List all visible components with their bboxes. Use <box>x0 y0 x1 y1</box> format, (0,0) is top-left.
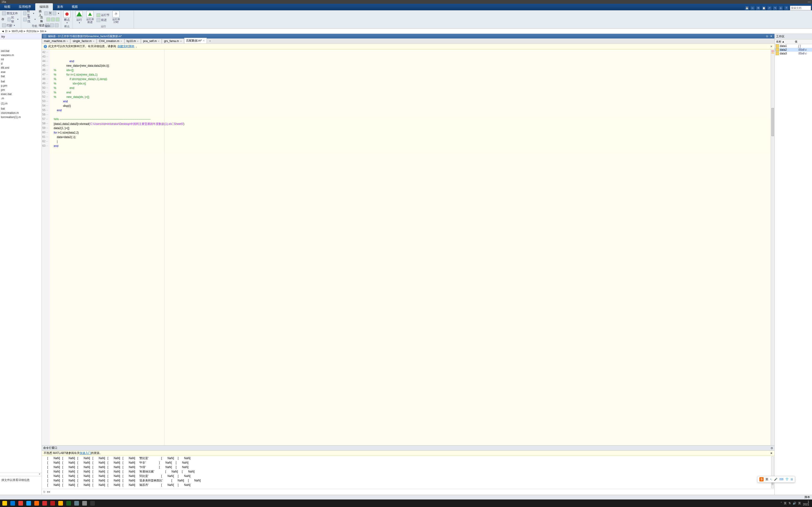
qa-redo-icon[interactable]: ↷ <box>773 6 777 10</box>
tray-lang[interactable]: 英 <box>798 501 801 505</box>
search-input[interactable] <box>790 6 811 10</box>
info-close-icon[interactable]: ✕ <box>770 45 772 48</box>
tab-plot[interactable]: 绘图 <box>0 3 14 10</box>
close-icon[interactable]: ✕ <box>203 40 205 42</box>
info-link[interactable]: 创建实时脚本 <box>117 44 135 48</box>
code-line[interactable]: % new_data(idx,:)=[]; <box>51 95 770 100</box>
close-icon[interactable]: ✕ <box>120 40 122 43</box>
ime-punct-icon[interactable]: •, <box>770 477 772 481</box>
tab-view[interactable]: 视图 <box>67 3 82 10</box>
list-item[interactable]: (1).m <box>0 101 42 106</box>
list-item[interactable]: vaszero.m <box>0 53 42 57</box>
code-line[interactable]: disp(i) <box>51 104 770 109</box>
workspace-col-name[interactable]: 名称 ▲ <box>775 40 794 44</box>
breakpoint-button[interactable]: 断点▼ <box>62 11 72 24</box>
file-tab[interactable]: 匹配数据.m*✕ <box>184 38 207 44</box>
file-tab[interactable]: pca_self.m✕ <box>141 39 162 44</box>
insert-icon3[interactable] <box>53 11 56 15</box>
list-item[interactable]: d <box>0 61 42 66</box>
tray-sound-icon[interactable]: 🔊 <box>793 502 796 505</box>
ime-menu-icon[interactable]: ⊞ <box>791 477 793 481</box>
tray-ime[interactable]: 英 <box>784 501 786 505</box>
qa-undo-icon[interactable]: ↶ <box>767 6 772 10</box>
path-version[interactable]: R2016a <box>27 30 37 33</box>
code-line[interactable]: data=data2(:,i); <box>51 135 770 140</box>
runtime-button[interactable]: ⏱运行并 计时 <box>111 11 121 24</box>
code-line[interactable]: end <box>51 109 770 113</box>
fx-icon[interactable]: fx <box>49 11 52 15</box>
taskbar-app[interactable] <box>17 500 24 507</box>
tab-publish[interactable]: 发布 <box>53 3 67 10</box>
workspace-var[interactable]: data355x8 c <box>775 52 812 55</box>
ime-lang[interactable]: 英 <box>765 477 768 482</box>
tray-chevron-icon[interactable]: ˄ <box>780 502 782 505</box>
file-tab[interactable]: by10.m✕ <box>124 39 141 44</box>
close-icon[interactable]: ✕ <box>66 40 68 43</box>
code-line[interactable]: % end <box>51 87 770 91</box>
workspace-col-value[interactable]: 值 <box>794 40 812 44</box>
taskbar-app[interactable] <box>9 500 16 507</box>
comment-icon3[interactable] <box>56 17 59 21</box>
code-line[interactable]: %% -------------------------------------… <box>51 118 770 122</box>
list-item[interactable]: pm <box>0 88 42 92</box>
code-line[interactable] <box>51 153 770 158</box>
fx-icon[interactable]: fx <box>43 490 45 494</box>
find-button[interactable]: 查找▼ <box>22 15 37 24</box>
tray-wifi-icon[interactable]: ⇅ <box>789 502 791 505</box>
qa-help-icon[interactable]: ? <box>784 6 789 10</box>
file-tab[interactable]: main_machine.m✕ <box>42 39 70 44</box>
tab-editor[interactable]: 编辑器 <box>35 3 53 10</box>
list-item[interactable]: torcreation(1).m <box>0 115 42 119</box>
list-item[interactable]: ml <box>0 57 42 61</box>
path-bin[interactable]: bin <box>40 30 44 33</box>
code-line[interactable]: end <box>51 100 770 104</box>
taskbar-app[interactable] <box>81 500 88 507</box>
file-list-dropdown-icon[interactable]: ▼ <box>39 473 41 476</box>
qa-paste-icon[interactable]: 📋 <box>762 6 766 10</box>
ime-skin-icon[interactable]: 👕 <box>785 477 789 481</box>
code-line[interactable]: % end <box>51 91 770 95</box>
compare-button[interactable]: 比较▼ <box>7 15 19 24</box>
path-matlab[interactable]: MATLAB <box>12 30 23 33</box>
command-prompt[interactable]: fx >> <box>42 489 774 495</box>
taskbar-app[interactable] <box>73 500 80 507</box>
list-item[interactable]: p.pm <box>0 83 42 88</box>
qa-print-icon[interactable]: ⎙ <box>779 6 783 10</box>
file-tab[interactable]: CH4_creation.m✕ <box>97 39 124 44</box>
list-item[interactable]: exec.bat <box>0 92 42 96</box>
code-line[interactable] <box>51 113 770 118</box>
path-back-icon[interactable]: ◄ <box>1 30 4 33</box>
cmd-help-link[interactable]: 快速入门 <box>80 451 91 455</box>
editor-dropdown-icon[interactable]: ⊙ <box>765 34 769 38</box>
ime-bar[interactable]: S 英 •, 🎤 ⌨ 👕 ⊞ <box>757 476 795 483</box>
taskbar-app[interactable] <box>49 500 56 507</box>
command-window-dropdown-icon[interactable]: ⊙ <box>771 446 773 450</box>
cmd-help-close-icon[interactable]: ✕ <box>770 452 772 455</box>
runadvance-button[interactable]: 运行并 前进 <box>85 11 95 24</box>
code-text[interactable]: end new_data=[new_data;data2(idx,i)]; % … <box>50 49 771 445</box>
qa-save-icon[interactable]: 💾 <box>745 6 749 10</box>
workspace-var[interactable]: data255x8 c <box>775 48 812 52</box>
code-line[interactable]: end <box>51 144 770 149</box>
ime-keyboard-icon[interactable]: ⌨ <box>779 477 783 481</box>
taskbar-app[interactable] <box>1 500 8 507</box>
code-line[interactable]: new_data=[new_data;data2(idx,i)]; <box>51 64 770 68</box>
insert-icon1[interactable] <box>44 11 48 15</box>
code-line[interactable]: % idx=[idx;n]; <box>51 82 770 87</box>
taskbar-app[interactable] <box>41 500 48 507</box>
comment-icon1[interactable] <box>47 17 50 21</box>
close-icon[interactable]: ✕ <box>158 40 159 43</box>
ime-mic-icon[interactable]: 🎤 <box>774 477 777 481</box>
taskbar-app[interactable] <box>25 500 33 507</box>
run-button[interactable]: 运行▼ <box>74 11 84 24</box>
list-item[interactable]: ool.bat <box>0 49 42 53</box>
cmd-scrollbar[interactable] <box>771 456 774 488</box>
qa-cut-icon[interactable]: ✂ <box>751 6 755 10</box>
list-item[interactable]: bat <box>0 74 42 78</box>
code-line[interactable]: for i=1:size(data2,2) <box>51 131 770 135</box>
path-drive[interactable]: D: <box>5 30 8 33</box>
list-item[interactable]: tf8.xml <box>0 66 42 70</box>
minimize-icon[interactable]: — <box>808 0 811 3</box>
list-item[interactable]: .m <box>0 96 42 101</box>
file-tab[interactable]: single_factor.m✕ <box>70 39 97 44</box>
